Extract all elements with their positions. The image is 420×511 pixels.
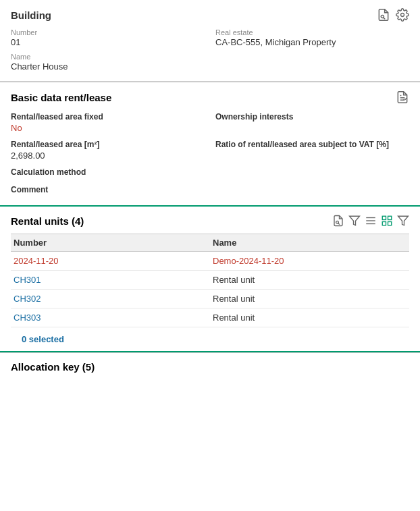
ownership-label: Ownership interests: [215, 112, 409, 122]
rental-fixed-value: No: [11, 123, 205, 133]
svg-marker-7: [350, 216, 360, 225]
svg-rect-12: [388, 216, 392, 219]
rental-area-value: 2,698.00: [11, 151, 205, 161]
svg-marker-15: [398, 216, 409, 225]
calculation-group: Calculation method: [11, 167, 205, 178]
col-number-header: Number: [11, 238, 210, 248]
building-name-group: Name Charter House: [11, 53, 205, 72]
real-estate-label: Real estate: [215, 28, 409, 36]
document-search-icon[interactable]: [377, 8, 390, 22]
building-number-group: Number 01: [11, 28, 205, 47]
table-header: Number Name: [11, 234, 409, 252]
rental-fixed-group: Rental/leased area fixed No: [11, 112, 205, 133]
rental-table: Number Name 2024-11-20 Demo-2024-11-20 C…: [11, 234, 409, 327]
svg-rect-14: [382, 222, 386, 225]
row-number[interactable]: CH302: [11, 294, 210, 304]
basic-data-title: Basic data rent/lease: [11, 92, 111, 103]
svg-point-0: [381, 15, 384, 18]
name-value: Charter House: [11, 61, 205, 72]
rental-area-label: Rental/leased area [m²]: [11, 140, 205, 149]
comment-group: Comment: [11, 185, 205, 196]
row-number[interactable]: CH303: [11, 313, 210, 323]
table-row[interactable]: CH303 Rental unit: [11, 308, 409, 327]
number-value: 01: [11, 37, 205, 47]
building-header: Building: [11, 8, 409, 22]
real-estate-value: CA-BC-555, Michigan Property: [215, 37, 409, 47]
table-rows: 2024-11-20 Demo-2024-11-20 CH301 Rental …: [11, 252, 409, 327]
row-name: Demo-2024-11-20: [210, 256, 409, 266]
edit-document-icon[interactable]: [396, 90, 409, 104]
rental-doc-search-icon[interactable]: [332, 215, 344, 227]
rental-units-title: Rental units (4): [11, 215, 84, 227]
building-section: Building Number 01 Re: [0, 0, 420, 82]
basic-data-header: Basic data rent/lease: [11, 90, 409, 104]
rental-units-header: Rental units (4): [11, 215, 409, 227]
comment-label: Comment: [11, 185, 205, 194]
vat-label: Ratio of rental/leased area subject to V…: [215, 140, 409, 149]
allocation-key-section: Allocation key (5): [0, 352, 420, 382]
row-name: Rental unit: [210, 313, 409, 323]
building-icons: [377, 8, 409, 22]
svg-point-5: [336, 221, 339, 223]
allocation-key-title: Allocation key (5): [11, 361, 95, 373]
row-name: Rental unit: [210, 294, 409, 304]
basic-data-fields: Rental/leased area fixed No Ownership in…: [11, 112, 409, 196]
svg-line-1: [384, 18, 385, 19]
vat-group: Ratio of rental/leased area subject to V…: [215, 140, 409, 161]
real-estate-group: Real estate CA-BC-555, Michigan Property: [215, 28, 409, 47]
rental-units-section: Rental units (4): [0, 207, 420, 352]
table-row[interactable]: CH302 Rental unit: [11, 290, 409, 308]
table-row[interactable]: CH301 Rental unit: [11, 271, 409, 290]
rental-area-group: Rental/leased area [m²] 2,698.00: [11, 140, 205, 161]
svg-rect-11: [382, 216, 386, 219]
rental-advanced-filter-icon[interactable]: [397, 215, 409, 227]
rental-icons-group: [332, 215, 409, 227]
row-number[interactable]: 2024-11-20: [11, 256, 210, 266]
name-label: Name: [11, 53, 205, 61]
svg-line-6: [338, 223, 340, 225]
ownership-group: Ownership interests: [215, 112, 409, 133]
selected-count: 0 selected: [11, 327, 409, 351]
rental-fixed-label: Rental/leased area fixed: [11, 112, 205, 122]
table-row[interactable]: 2024-11-20 Demo-2024-11-20: [11, 252, 409, 271]
rental-filter-icon[interactable]: [348, 215, 361, 227]
rental-table-config-icon[interactable]: [381, 215, 393, 227]
settings-icon[interactable]: [396, 8, 409, 22]
building-title: Building: [11, 9, 51, 21]
calculation-label: Calculation method: [11, 167, 205, 177]
svg-rect-13: [388, 222, 392, 225]
number-label: Number: [11, 28, 205, 36]
svg-point-2: [401, 14, 404, 17]
row-name: Rental unit: [210, 275, 409, 285]
building-fields: Number 01 Real estate CA-BC-555, Michiga…: [11, 28, 409, 72]
col-name-header: Name: [210, 238, 409, 248]
rental-list-icon[interactable]: [365, 215, 377, 227]
row-number[interactable]: CH301: [11, 275, 210, 285]
basic-data-section: Basic data rent/lease Rental/leased area…: [0, 82, 420, 207]
